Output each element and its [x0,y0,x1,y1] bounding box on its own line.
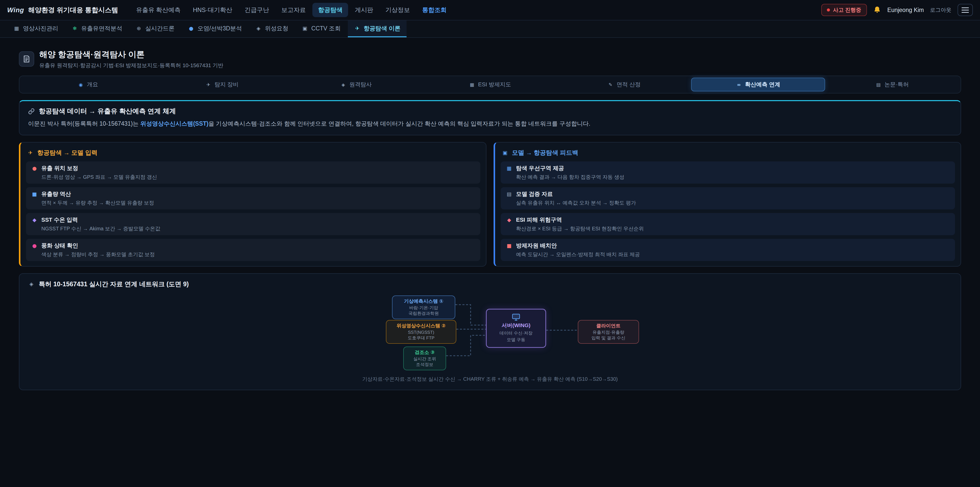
node-tide-station: 검조소 ③ 실시간 조위 조석정보 [403,346,446,370]
subnav-item-ship-3d[interactable]: ● 오염/선박3D분석 [182,21,248,37]
node-line: 입력 및 결과 수신 [582,335,635,341]
bell-icon[interactable] [873,6,881,14]
aerial-theory-icon: ✈ [354,25,361,31]
row-title: 모델 검증 자료 [516,190,553,198]
row-desc: 색상 분류 → 점량비 추정 → 풍화모델 초기값 보정 [41,251,475,258]
overview-icon: ◉ [78,82,84,87]
tab-label: 확산예측 연계 [745,81,780,88]
nav-item-rescue[interactable]: 긴급구난 [239,3,275,17]
thermometer-icon: ◆ [31,217,38,223]
plane-icon: ✈ [205,82,212,87]
node-line: SST(NGSST) [390,330,452,335]
linkage-overview-card: 항공탐색 데이터 → 유출유 확산예측 연계 체계 이문진 박사 특허(등록특허… [19,100,961,135]
topbar: Wing 해양환경 위기대응 통합시스템 유출유 확산예측 HNS·대기확산 긴… [0,0,980,21]
page-header: 해양 항공탐색·원격탐사 이론 유출유 원격탐지·항공감시 기법·ESI 방제정… [19,49,961,69]
tab-label: 탐지 장비 [215,81,239,88]
nav-item-aerial-search[interactable]: 항공탐색 [312,3,348,17]
wing-logo: Wing [7,6,24,14]
papers-icon: ▤ [875,82,881,87]
nav-item-spill-prediction[interactable]: 유출유 확산예측 [130,3,186,17]
incident-status-badge[interactable]: 사고 진행중 [821,4,867,16]
row-title: 유출량 역산 [41,190,71,198]
tab-prediction-linkage[interactable]: ∞ 확산예측 연계 [691,78,825,91]
main-nav: 유출유 확산예측 HNS·대기확산 긴급구난 보고자료 항공탐색 게시판 기상정… [130,3,452,17]
nav-item-reports[interactable]: 보고자료 [275,3,311,17]
node-title: 검조소 ③ [407,349,442,356]
drone-icon: ⊕ [135,25,142,31]
network-caption: 기상자료·수온자료·조석정보 실시간 수신 → CHARRY 조류 + 취송류 … [28,376,952,383]
node-line: 유출지점·유출량 [582,330,635,335]
row-title: 유출 위치 보정 [41,164,78,172]
node-line: 조석정보 [407,362,442,368]
node-client: 클라이언트 유출지점·유출량 입력 및 결과 수신 [578,320,639,344]
tab-area-calculation[interactable]: ✎ 면적 산정 [557,78,691,91]
input-card-title-row: ✈ 항공탐색 → 모델 입력 [27,148,479,157]
tab-detection-equipment[interactable]: ✈ 탐지 장비 [155,78,289,91]
area-calc-icon: ✎ [608,82,614,87]
subnav-item-area-analysis[interactable]: ❄ 유출유면적분석 [65,21,128,37]
tab-remote-sensing[interactable]: ◈ 원격탐사 [289,78,423,91]
monitor-icon: ▣ [502,150,508,156]
app-title: 해양환경 위기대응 통합시스템 [28,6,118,14]
node-satellite-system: 위성영상수신시스템 ② SST(NGSST) 도호쿠대 FTP [386,320,456,344]
network-title-row: ◈ 특허 10-1567431 실시간 자료 연계 네트워크 (도면 9) [28,280,952,288]
page-header-text: 해양 항공탐색·원격탐사 이론 유출유 원격탐지·항공감시 기법·ESI 방제정… [39,49,223,69]
subnav-label: CCTV 조회 [311,24,341,32]
subnav-label: 항공탐색 이론 [364,24,401,32]
area-analysis-icon: ❄ [72,25,78,31]
subnav-item-aerial-theory[interactable]: ✈ 항공탐색 이론 [348,21,407,37]
feedback-card-title: 모델 → 항공탐색 피드백 [512,148,578,157]
tab-overview[interactable]: ◉ 개요 [21,78,155,91]
clipboard-icon: ▤ [506,191,512,197]
node-weather-system: 기상예측시스템 ① 바람·기온·기압 국립환경과학원 [392,295,455,319]
node-title: 서버(WING) [501,322,530,329]
node-title: 클라이언트 [582,323,635,329]
tab-label: 논문·특허 [885,81,909,88]
map-icon: ▦ [506,165,512,171]
row-desc: 드론·위성 영상 → GPS 좌표 → 모델 유출지점 갱신 [41,174,475,180]
remote-sensing-icon: ◈ [340,82,346,87]
input-card-title: 항공탐색 → 모델 입력 [37,148,97,157]
list-item: ▦탐색 우선구역 제공 확산 예측 결과 → 다음 항차 집중구역 자동 생성 [501,161,955,184]
feedback-card-title-row: ▣ 모델 → 항공탐색 피드백 [502,148,954,157]
patent-network-card: ◈ 특허 10-1567431 실시간 자료 연계 네트워크 (도면 9) 기상… [19,273,961,390]
linkage-title-row: 항공탐색 데이터 → 유출유 확산예측 연계 체계 [28,107,952,116]
nav-item-hns[interactable]: HNS·대기확산 [187,3,238,17]
linkage-desc-highlight[interactable]: 위성영상수신시스템(SST) [140,120,208,127]
server-monitor-icon [512,314,520,321]
pin-icon: ● [31,165,38,171]
row-desc: 실측 유출유 위치 ↔ 예측값 오차 분석 → 정확도 평가 [516,200,950,206]
nav-item-integrated-search[interactable]: 통합조회 [417,3,452,17]
subnav-label: 위성요청 [265,24,288,32]
subnav-item-cctv[interactable]: ▣ CCTV 조회 [296,21,347,37]
tab-label: 개요 [87,81,98,88]
tab-label: 면적 산정 [617,81,641,88]
network-diagram: 기상예측시스템 ① 바람·기온·기압 국립환경과학원 위성영상수신시스템 ② S… [327,295,653,371]
list-item: ●풍화 상태 확인 색상 분류 → 점량비 추정 → 풍화모델 초기값 보정 [26,239,480,261]
linkage-columns: ✈ 항공탐색 → 모델 입력 ●유출 위치 보정 드론·위성 영상 → GPS … [19,142,961,267]
subnav-item-image-management[interactable]: ▦ 영상사진관리 [7,21,64,37]
linkage-desc-prefix: 이문진 박사 특허(등록특허 10-1567431)는 [28,120,140,127]
network-icon: ◈ [28,281,35,287]
row-desc: 면적 × 두께 → 유량 추정 → 확산모델 유출량 보정 [41,200,475,206]
subnav-item-satellite-request[interactable]: ◈ 위성요청 [249,21,294,37]
tab-esi-map[interactable]: ▦ ESI 방제지도 [423,78,557,91]
hamburger-menu-icon[interactable] [958,4,973,16]
linkage-icon: ∞ [736,82,742,87]
list-item: ◆ESI 피해 위험구역 확산경로 × ESI 등급 → 항공탐색 ESI 현장… [501,213,955,235]
node-title: 위성영상수신시스템 ② [390,323,452,329]
incident-badge-label: 사고 진행중 [833,6,861,14]
nav-item-weather[interactable]: 기상정보 [380,3,415,17]
nav-item-board[interactable]: 게시판 [349,3,379,17]
page-title: 해양 항공탐색·원격탐사 이론 [39,49,223,60]
logout-button[interactable]: 로그아웃 [930,6,951,14]
node-title: 기상예측시스템 ① [396,298,451,305]
node-wing-server: 서버(WING) 데이터 수신·저장 모델 구동 [486,309,546,348]
tab-label: ESI 방제지도 [478,81,511,88]
tab-papers-patents[interactable]: ▤ 논문·특허 [825,78,959,91]
subnav-item-realtime-drone[interactable]: ⊕ 실시간드론 [129,21,181,37]
plane-icon: ✈ [27,150,34,156]
brand: Wing 해양환경 위기대응 통합시스템 [7,6,118,14]
row-title: ESI 피해 위험구역 [516,216,562,224]
page-icon [19,51,34,67]
